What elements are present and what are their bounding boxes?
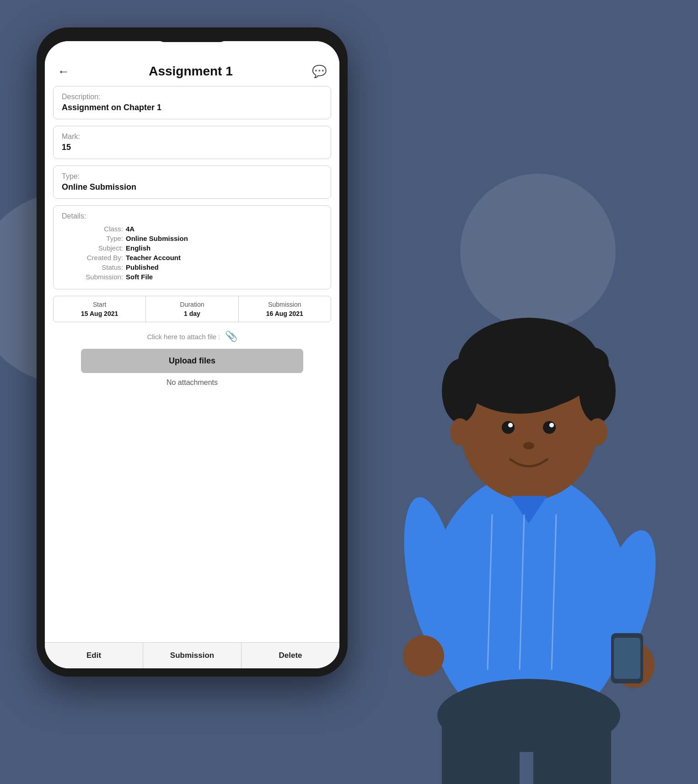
svg-rect-27: [533, 715, 611, 784]
details-card: Details: Class: 4A Type: Online Submissi…: [53, 205, 331, 289]
detail-row-type: Type: Online Submission: [62, 235, 322, 242]
svg-point-10: [502, 421, 515, 434]
type-card: Type: Online Submission: [53, 165, 331, 199]
detail-val-subject: English: [126, 244, 322, 252]
description-card: Description: Assignment on Chapter 1: [53, 86, 331, 119]
detail-key-subject: Subject:: [62, 244, 126, 252]
upload-button[interactable]: Upload files: [81, 349, 303, 373]
date-duration-title: Duration: [150, 301, 234, 308]
attach-row: Click here to attach file : 📎: [53, 331, 331, 342]
phone-notch: [156, 27, 229, 42]
description-value: Assignment on Chapter 1: [62, 103, 322, 112]
svg-point-5: [442, 359, 478, 423]
type-value: Online Submission: [62, 182, 322, 192]
mark-card: Mark: 15: [53, 126, 331, 159]
content-area: Description: Assignment on Chapter 1 Mar…: [45, 86, 339, 642]
nav-delete-button[interactable]: Delete: [242, 643, 339, 668]
svg-point-7: [577, 347, 609, 379]
date-duration-value: 1 day: [150, 310, 234, 317]
detail-val-class: 4A: [126, 225, 322, 233]
paperclip-icon[interactable]: 📎: [225, 331, 237, 342]
svg-point-11: [543, 421, 556, 434]
back-button[interactable]: ←: [58, 64, 70, 79]
svg-point-8: [450, 418, 470, 446]
date-cell-start: Start 15 Aug 2021: [54, 296, 146, 322]
detail-row-submission: Submission: Soft File: [62, 273, 322, 281]
bottom-nav: Edit Submission Delete: [45, 642, 339, 668]
detail-key-submission: Submission:: [62, 273, 126, 281]
date-submission-value: 16 Aug 2021: [242, 310, 327, 317]
svg-point-9: [587, 418, 607, 446]
detail-row-created-by: Created By: Teacher Account: [62, 254, 322, 261]
detail-val-created-by: Teacher Account: [126, 254, 322, 261]
svg-point-12: [508, 423, 513, 427]
type-label: Type:: [62, 172, 322, 181]
details-table: Class: 4A Type: Online Submission Subjec…: [62, 225, 322, 281]
no-attachments-text: No attachments: [53, 379, 331, 387]
attach-text: Click here to attach file :: [147, 333, 220, 341]
detail-val-status: Published: [126, 263, 322, 271]
chat-icon[interactable]: 💬: [312, 64, 327, 79]
detail-row-class: Class: 4A: [62, 225, 322, 233]
svg-point-13: [549, 423, 554, 427]
phone-screen: ← Assignment 1 💬 Description: Assignment…: [45, 41, 339, 668]
phone-frame: ← Assignment 1 💬 Description: Assignment…: [37, 27, 348, 677]
detail-key-type: Type:: [62, 235, 126, 242]
date-cell-submission: Submission 16 Aug 2021: [239, 296, 331, 322]
date-submission-title: Submission: [242, 301, 327, 308]
nav-edit-button[interactable]: Edit: [45, 643, 143, 668]
svg-rect-26: [442, 715, 520, 784]
detail-row-status: Status: Published: [62, 263, 322, 271]
mark-value: 15: [62, 143, 322, 152]
svg-point-14: [523, 442, 534, 449]
details-label: Details:: [62, 212, 322, 220]
top-bar: ← Assignment 1 💬: [45, 41, 339, 86]
detail-key-status: Status:: [62, 263, 126, 271]
date-row: Start 15 Aug 2021 Duration 1 day Submiss…: [53, 296, 331, 322]
date-cell-duration: Duration 1 day: [146, 296, 238, 322]
detail-val-submission: Soft File: [126, 273, 322, 281]
nav-submission-button[interactable]: Submission: [143, 643, 242, 668]
page-title: Assignment 1: [149, 64, 233, 79]
detail-key-class: Class:: [62, 225, 126, 233]
detail-row-subject: Subject: English: [62, 244, 322, 252]
description-label: Description:: [62, 93, 322, 101]
mark-label: Mark:: [62, 133, 322, 141]
character-illustration: [305, 144, 698, 784]
date-start-value: 15 Aug 2021: [57, 310, 142, 317]
svg-point-21: [403, 635, 444, 677]
svg-rect-20: [614, 638, 640, 679]
detail-key-created-by: Created By:: [62, 254, 126, 261]
date-start-title: Start: [57, 301, 142, 308]
detail-val-type: Online Submission: [126, 235, 322, 242]
